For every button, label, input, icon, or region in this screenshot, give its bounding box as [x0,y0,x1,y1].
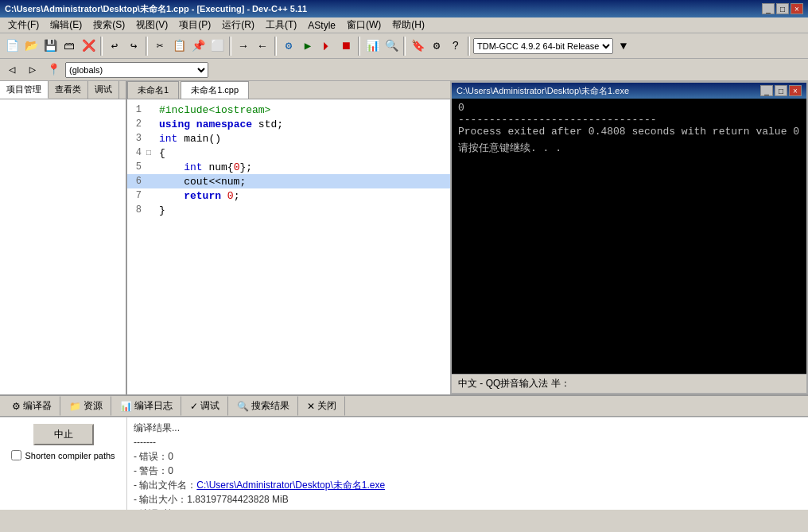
title-text: C:\Users\Administrator\Desktop\未命名1.cpp … [5,3,762,15]
search-tab-label: 搜索结果 [251,399,289,413]
bottom-tab-compile-log[interactable]: 📊 编译日志 [111,396,181,416]
compiler-dropdown[interactable]: TDM-GCC 4.9.2 64-bit Release [473,38,613,54]
bottom-tab-close[interactable]: ✕ 关闭 [298,396,345,416]
debug-icon[interactable]: 🔍 [383,37,400,55]
minimize-button[interactable]: _ [762,3,775,14]
console-content: 0 -------------------------------- Proce… [452,99,806,374]
console-exit-msg: Process exited after 0.4808 seconds with… [458,126,800,138]
tab-project-manager[interactable]: 项目管理 [0,81,49,99]
tab-unnamed1-cpp[interactable]: 未命名1.cpp [181,81,249,99]
stop-button[interactable]: 中止 [33,424,94,445]
compiler-dropdown-arrow[interactable]: ▼ [615,37,632,55]
left-panel-content [0,99,126,394]
redo-icon[interactable]: ↪ [125,37,142,55]
maximize-button[interactable]: □ [776,3,789,14]
sep6 [403,37,406,56]
build-errors: - 错误：0 [134,449,802,464]
line-num-5: 5 [127,161,146,173]
tab-debug[interactable]: 调试 [88,81,119,99]
selectall-icon[interactable]: ⬜ [208,37,226,55]
copy-icon[interactable]: 📋 [170,37,188,55]
console-continue-msg: 请按任意键继续. . . [458,141,800,155]
build-title: 编译结果... [134,421,802,435]
menu-file[interactable]: 文件(F) [3,17,44,33]
menu-search[interactable]: 搜索(S) [88,17,130,33]
line-num-2: 2 [127,118,146,130]
back-icon[interactable]: ◁ [3,61,21,79]
bookmark-icon[interactable]: 🔖 [409,37,426,55]
bottom-panel: 中止 Shorten compiler paths 编译结果... ------… [0,417,808,510]
line-code-4: { [159,147,165,159]
console-maximize[interactable]: □ [775,85,787,96]
scope-select[interactable]: (globals) [65,62,208,78]
close-tab-icon: ✕ [307,401,315,412]
bottom-tab-debug[interactable]: ✓ 调试 [181,396,228,416]
indent-icon[interactable]: → [235,37,252,55]
build-warnings: - 警告：0 [134,464,802,478]
scope-icon[interactable]: 📍 [45,61,62,79]
paste-icon[interactable]: 📌 [189,37,207,55]
settings-icon[interactable]: ⚙ [428,37,445,55]
menu-window[interactable]: 窗口(W) [342,17,386,33]
menu-edit[interactable]: 编辑(E) [45,17,87,33]
help-icon[interactable]: ? [447,37,464,55]
main-area: 项目管理 查看类 调试 未命名1 未命名1.cpp 1 #include<ios… [0,81,808,394]
line-code-1: #include<iostream> [159,104,270,116]
menu-help[interactable]: 帮助(H) [387,17,429,33]
sep2 [146,37,148,56]
build-separator: ------- [134,435,802,449]
console-minimize[interactable]: _ [760,85,773,96]
compile-icon[interactable]: ⚙ [280,37,297,55]
tab-unnamed1[interactable]: 未命名1 [127,81,179,99]
menu-view[interactable]: 视图(V) [131,17,173,33]
output-file-link[interactable]: C:\Users\Administrator\Desktop\未命名1.exe [196,480,385,491]
compile-run-icon[interactable]: ⏵ [318,37,336,55]
bottom-left-controls: 中止 Shorten compiler paths [0,417,127,510]
console-close[interactable]: × [789,85,802,96]
menu-run[interactable]: 运行(R) [217,17,259,33]
shorten-paths-checkbox[interactable] [11,450,21,460]
debug-tab-icon: ✓ [190,401,198,412]
menu-tools[interactable]: 工具(T) [261,17,301,33]
compiler-tab-label: 编译器 [23,399,52,413]
undo-icon[interactable]: ↩ [106,37,123,55]
run-icon[interactable]: ▶ [299,37,317,55]
save-icon[interactable]: 💾 [41,37,59,55]
window-controls[interactable]: _ □ × [762,3,803,14]
bottom-tab-resources[interactable]: 📁 资源 [60,396,111,416]
scope-toolbar: ◁ ▷ 📍 (globals) [0,59,808,81]
forward-icon[interactable]: ▷ [24,61,41,79]
line-num-7: 7 [127,190,146,201]
profile-icon[interactable]: 📊 [363,37,381,55]
new-icon[interactable]: 📄 [3,37,21,55]
open-icon[interactable]: 📂 [22,37,40,55]
sep1 [100,37,103,56]
menu-astyle[interactable]: AStyle [303,18,340,33]
bottom-tab-compiler[interactable]: ⚙ 编译器 [3,396,60,416]
main-toolbar: 📄 📂 💾 🗃 ❌ ↩ ↪ ✂ 📋 📌 ⬜ → ← ⚙ ▶ ⏵ ⏹ 📊 🔍 🔖 … [0,33,808,59]
close-file-icon[interactable]: ❌ [80,37,97,55]
stop-icon[interactable]: ⏹ [337,37,355,55]
cut-icon[interactable]: ✂ [151,37,169,55]
line-code-2: using namespace std; [159,118,283,130]
line-code-7: return 0; [159,190,239,202]
close-button[interactable]: × [791,3,803,14]
saveall-icon[interactable]: 🗃 [60,37,78,55]
compiler-tab-icon: ⚙ [12,401,21,412]
build-output: 编译结果... ------- - 错误：0 - 警告：0 - 输出文件名：C:… [127,417,808,510]
console-title-bar: C:\Users\Administrator\Desktop\未命名1.exe … [452,83,806,99]
console-output-value: 0 [458,102,800,114]
tab-class-browser[interactable]: 查看类 [49,81,88,99]
bottom-tab-search-results[interactable]: 🔍 搜索结果 [228,396,298,416]
line-num-3: 3 [127,133,146,144]
menu-project[interactable]: 项目(P) [174,17,216,33]
shorten-paths-checkbox-group: Shorten compiler paths [11,450,115,460]
left-panel: 项目管理 查看类 调试 [0,81,127,394]
compile-log-tab-label: 编译日志 [134,399,173,413]
search-tab-icon: 🔍 [237,401,249,412]
close-tab-label: 关闭 [317,399,336,413]
shorten-paths-label: Shorten compiler paths [25,451,115,460]
unindent-icon[interactable]: ← [254,37,271,55]
line-marker-4: □ [146,149,159,157]
build-output-file: - 输出文件名：C:\Users\Administrator\Desktop\未… [134,478,802,492]
